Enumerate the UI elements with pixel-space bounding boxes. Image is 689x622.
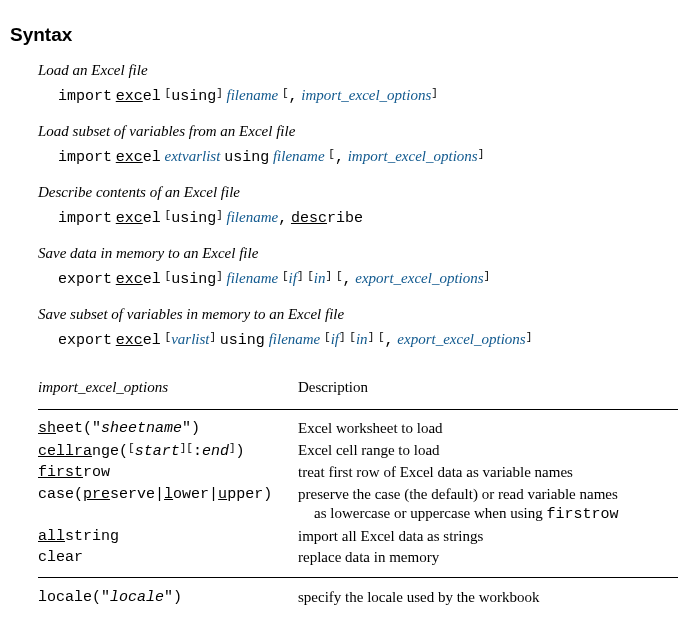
tok-comma: , (343, 271, 352, 288)
opt-txt: row (83, 464, 110, 481)
bracket-close: ] (526, 331, 533, 343)
bracket-open: [ (336, 270, 343, 282)
tok-comma: , (335, 149, 344, 166)
desc-text: preserve the case (the default) or read … (298, 486, 618, 502)
link-import-options[interactable]: import_excel_options (301, 87, 431, 103)
link-if[interactable]: if (331, 331, 339, 347)
tok-el: el (143, 149, 161, 166)
link-filename[interactable]: filename (273, 148, 325, 164)
link-import-options[interactable]: import_excel_options (348, 148, 478, 164)
bracket-close: ] (478, 148, 485, 160)
desc-tt: firstrow (546, 506, 618, 523)
tok-export: export (58, 271, 112, 288)
block-title: Save subset of variables in memory to an… (38, 306, 679, 323)
command-line: import excel [using] filename, describe (58, 207, 679, 229)
block-title: Load subset of variables from an Excel f… (38, 123, 679, 140)
tok-el: el (143, 332, 161, 349)
opt-txt: string (65, 528, 119, 545)
syntax-block-3: Describe contents of an Excel file impor… (38, 184, 679, 229)
opt-arg: start (135, 443, 180, 460)
link-varlist[interactable]: varlist (171, 331, 209, 347)
tok-exc: exc (116, 149, 143, 166)
syntax-block-2: Load subset of variables from an Excel f… (38, 123, 679, 168)
bracket-open: [ (282, 87, 289, 99)
opt-txt: ower (173, 486, 209, 503)
bracket-open: [ (186, 442, 193, 454)
opt-ul: l (164, 486, 173, 503)
command-line: export excel [varlist] using filename [i… (58, 329, 679, 351)
tok-using: using (224, 149, 269, 166)
opt-ul: pre (83, 486, 110, 503)
opt-txt: ") (182, 420, 200, 437)
command-line: import excel [using] filename [, import_… (58, 85, 679, 107)
tok-exc: exc (116, 210, 143, 227)
option-allstring: allstring (38, 526, 298, 548)
tok-using: using (171, 210, 216, 227)
tok-import: import (58, 210, 112, 227)
tok-el: el (143, 271, 161, 288)
opt-txt: clear (38, 549, 83, 566)
bracket-close: ] (368, 331, 375, 343)
opt-ul: sh (38, 420, 56, 437)
link-in[interactable]: in (356, 331, 368, 347)
bracket-open: [ (307, 270, 314, 282)
link-export-options[interactable]: export_excel_options (355, 270, 483, 286)
option-desc: replace data in memory (298, 547, 678, 569)
bracket-open: [ (378, 331, 385, 343)
tok-using: using (171, 271, 216, 288)
syntax-block-1: Load an Excel file import excel [using] … (38, 62, 679, 107)
link-filename[interactable]: filename (227, 209, 279, 225)
tok-el: el (143, 88, 161, 105)
tok-comma: , (385, 332, 394, 349)
bracket-close: ] (229, 442, 236, 454)
bracket-open: [ (328, 148, 335, 160)
block-title: Describe contents of an Excel file (38, 184, 679, 201)
link-filename[interactable]: filename (227, 87, 279, 103)
syntax-block-4: Save data in memory to an Excel file exp… (38, 245, 679, 290)
opt-pipe: | (155, 486, 164, 503)
bracket-open: [ (349, 331, 356, 343)
table-row: clear replace data in memory (38, 547, 678, 569)
desc-text: as lowercase or uppercase when using (314, 505, 546, 521)
tok-export: export (58, 332, 112, 349)
divider (38, 409, 678, 410)
bracket-close: ] (431, 87, 438, 99)
table-header-description: Description (298, 375, 678, 400)
tok-using: using (220, 332, 265, 349)
opt-txt: pper) (227, 486, 272, 503)
table-row: cellrange([start][:end]) Excel cell rang… (38, 440, 678, 463)
opt-txt: eet(" (56, 420, 101, 437)
table-row: firstrow treat first row of Excel data a… (38, 462, 678, 484)
opt-arg: locale (110, 589, 164, 606)
tok-comma: , (289, 88, 298, 105)
bracket-close: ] (326, 270, 333, 282)
option-desc: import all Excel data as strings (298, 526, 678, 548)
tok-exc: exc (116, 332, 143, 349)
link-in[interactable]: in (314, 270, 326, 286)
syntax-block-5: Save subset of variables in memory to an… (38, 306, 679, 351)
bracket-close: ] (216, 87, 223, 99)
option-desc: Excel cell range to load (298, 440, 678, 463)
bracket-close: ] (216, 209, 223, 221)
link-if[interactable]: if (289, 270, 297, 286)
opt-txt: : (193, 443, 202, 460)
tok-exc: exc (116, 271, 143, 288)
command-line: export excel [using] filename [if] [in] … (58, 268, 679, 290)
opt-ul: cellra (38, 443, 92, 460)
option-case: case(preserve|lower|upper) (38, 484, 298, 526)
block-title: Save data in memory to an Excel file (38, 245, 679, 262)
option-desc: specify the locale used by the workbook (298, 587, 678, 609)
link-filename[interactable]: filename (227, 270, 279, 286)
page-heading: Syntax (10, 24, 679, 46)
opt-txt: ) (236, 443, 245, 460)
option-desc: Excel worksheet to load (298, 418, 678, 440)
option-desc: treat first row of Excel data as variabl… (298, 462, 678, 484)
table-header-row: import_excel_options Description (38, 375, 678, 400)
link-filename[interactable]: filename (269, 331, 321, 347)
bracket-close: ] (216, 270, 223, 282)
table-row: case(preserve|lower|upper) preserve the … (38, 484, 678, 526)
link-extvarlist[interactable]: extvarlist (165, 148, 221, 164)
link-export-options[interactable]: export_excel_options (397, 331, 525, 347)
bracket-open: [ (282, 270, 289, 282)
table-row: sheet("sheetname") Excel worksheet to lo… (38, 418, 678, 440)
